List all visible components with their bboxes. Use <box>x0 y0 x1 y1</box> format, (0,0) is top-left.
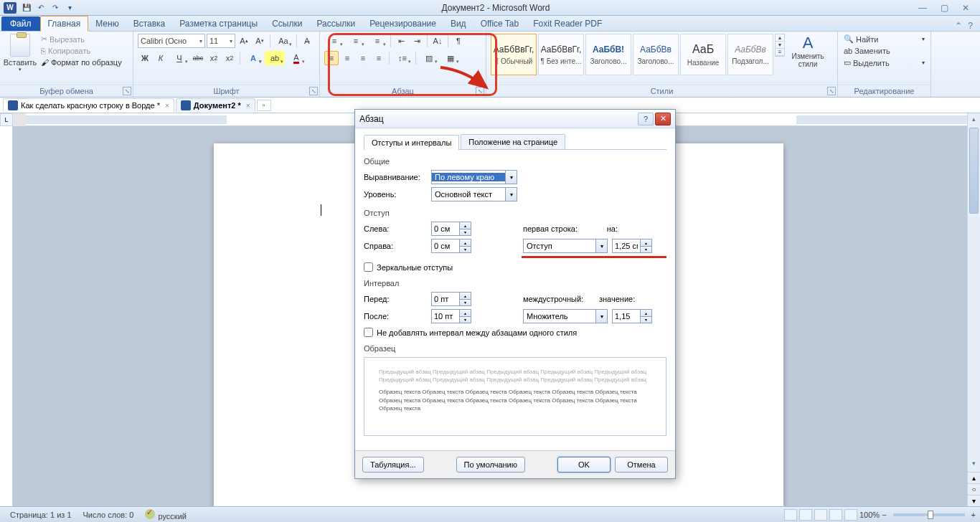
tab-page-layout[interactable]: Разметка страницы <box>172 16 265 31</box>
first-line-combo[interactable]: Отступ▾ <box>523 239 608 253</box>
indent-left-spinner[interactable]: ▴▾ <box>431 222 471 236</box>
view-fullscreen-icon[interactable] <box>799 509 812 521</box>
zoom-out-icon[interactable]: − <box>882 511 886 519</box>
change-case-icon[interactable]: Aa <box>273 34 293 48</box>
cancel-button[interactable]: Отмена <box>615 457 668 473</box>
tab-references[interactable]: Ссылки <box>265 16 309 31</box>
align-left-icon[interactable]: ≡ <box>324 51 339 65</box>
underline-button[interactable]: Ч <box>169 51 189 65</box>
styles-more[interactable]: ▴▾≡ <box>775 34 785 57</box>
scroll-thumb[interactable] <box>969 128 979 214</box>
vertical-ruler[interactable] <box>0 126 13 506</box>
zoom-in-icon[interactable]: + <box>971 511 976 519</box>
browse-object-icon[interactable]: ○ <box>968 483 980 495</box>
prev-page-icon[interactable]: ▴ <box>968 472 980 483</box>
tab-foxit[interactable]: Foxit Reader PDF <box>526 16 609 31</box>
ok-button[interactable]: OK <box>557 457 611 473</box>
style-no-spacing[interactable]: АаБбВвГг,¶ Без инте... <box>538 34 584 75</box>
view-draft-icon[interactable] <box>844 509 857 521</box>
subscript-button[interactable]: x2 <box>207 51 221 65</box>
spacing-after-spinner[interactable]: ▴▾ <box>431 309 471 323</box>
shading-icon[interactable]: ▨ <box>419 51 439 65</box>
tabs-button[interactable]: Табуляция... <box>362 457 424 473</box>
increase-indent-icon[interactable]: ⇥ <box>410 34 424 48</box>
sort-icon[interactable]: A↓ <box>430 34 445 48</box>
select-button[interactable]: ▭Выделить▾ <box>842 57 926 68</box>
replace-button[interactable]: abЗаменить <box>842 46 926 56</box>
styles-launcher-icon[interactable]: ⤡ <box>827 87 836 95</box>
maximize-button[interactable]: ▢ <box>937 3 951 13</box>
tab-office-tab[interactable]: Office Tab <box>473 16 527 31</box>
bold-button[interactable]: Ж <box>138 51 152 65</box>
status-page[interactable]: Страница: 1 из 1 <box>4 511 77 519</box>
zoom-level[interactable]: 100% <box>859 511 880 519</box>
clear-format-icon[interactable]: A̶ <box>300 34 314 48</box>
line-spacing-at-spinner[interactable]: ▴▾ <box>612 309 652 323</box>
font-name-combo[interactable]: Calibri (Осно▾ <box>138 34 205 48</box>
alignment-combo[interactable]: По левому краю▾ <box>431 170 517 184</box>
copy-button[interactable]: ⎘Копировать <box>39 46 124 56</box>
help-icon[interactable]: ? <box>968 21 973 31</box>
paste-button[interactable]: Вставить ▾ <box>4 34 36 78</box>
mirror-indents-checkbox[interactable]: Зеркальные отступы <box>364 262 666 272</box>
line-spacing-combo[interactable]: Множитель▾ <box>523 309 608 323</box>
clipboard-launcher-icon[interactable]: ⤡ <box>123 87 131 95</box>
line-spacing-icon[interactable]: ↕≡ <box>392 51 413 65</box>
style-heading2[interactable]: АаБбВвЗаголово... <box>633 34 679 75</box>
grow-font-icon[interactable]: A▴ <box>237 34 251 48</box>
scroll-down-icon[interactable]: ▾ <box>968 457 980 469</box>
next-page-icon[interactable]: ▾ <box>968 495 980 506</box>
font-color-icon[interactable]: A <box>286 51 306 65</box>
tab-view[interactable]: Вид <box>443 16 473 31</box>
superscript-button[interactable]: x2 <box>222 51 237 65</box>
italic-button[interactable]: К <box>154 51 168 65</box>
highlight-icon[interactable]: ab <box>265 51 285 65</box>
status-words[interactable]: Число слов: 0 <box>77 511 140 519</box>
scroll-up-icon[interactable]: ▴ <box>968 113 980 125</box>
numbering-icon[interactable]: ≡ <box>346 34 366 48</box>
doctab-1[interactable]: Как сделать красную строку в Ворде *× <box>3 98 174 112</box>
font-size-combo[interactable]: 11▾ <box>207 34 235 48</box>
multilevel-icon[interactable]: ≡ <box>367 34 387 48</box>
style-subtitle[interactable]: АаБбВвПодзагол... <box>727 34 773 75</box>
align-center-icon[interactable]: ≡ <box>340 51 354 65</box>
style-heading1[interactable]: АаБбВ!Заголово... <box>585 34 631 75</box>
outline-level-combo[interactable]: Основной текст▾ <box>431 187 517 201</box>
view-outline-icon[interactable] <box>829 509 842 521</box>
new-tab-button[interactable]: ▫ <box>257 100 271 111</box>
style-normal[interactable]: АаБбВвГг,¶ Обычный <box>491 34 537 75</box>
close-button[interactable]: ✕ <box>958 3 973 13</box>
tab-file[interactable]: Файл <box>1 16 40 31</box>
tab-home[interactable]: Главная <box>40 16 89 32</box>
dialog-titlebar[interactable]: Абзац ? ✕ <box>355 110 675 128</box>
font-launcher-icon[interactable]: ⤡ <box>309 87 318 95</box>
ribbon-minimize-icon[interactable]: ⌃ <box>955 21 962 31</box>
qat-redo-icon[interactable]: ↷ <box>49 2 62 14</box>
paragraph-launcher-icon[interactable]: ⤡ <box>476 87 484 95</box>
tab-line-page-breaks[interactable]: Положение на странице <box>461 134 565 149</box>
shrink-font-icon[interactable]: A▾ <box>253 34 267 48</box>
justify-icon[interactable]: ≡ <box>372 51 386 65</box>
tab-review[interactable]: Рецензирование <box>362 16 443 31</box>
strike-button[interactable]: abc <box>191 51 205 65</box>
text-effects-icon[interactable]: A <box>243 51 263 65</box>
find-button[interactable]: 🔍Найти▾ <box>842 34 926 44</box>
spacing-before-spinner[interactable]: ▴▾ <box>431 292 471 306</box>
borders-icon[interactable]: ▦ <box>440 51 461 65</box>
qat-save-icon[interactable]: 💾 <box>20 2 33 14</box>
tab-insert[interactable]: Вставка <box>126 16 173 31</box>
tab-mailings[interactable]: Рассылки <box>309 16 362 31</box>
cut-button[interactable]: ✂Вырезать <box>39 34 124 44</box>
bullets-icon[interactable]: ≡ <box>324 34 344 48</box>
doctab-2[interactable]: Документ2 *× <box>176 98 255 112</box>
qat-customize-icon[interactable]: ▾ <box>63 2 76 14</box>
style-title[interactable]: АаБНазвание <box>680 34 726 75</box>
zoom-slider[interactable] <box>893 513 965 516</box>
tab-indents-spacing[interactable]: Отступы и интервалы <box>364 135 459 150</box>
no-space-same-style-checkbox[interactable]: Не добавлять интервал между абзацами одн… <box>364 328 666 337</box>
format-painter-button[interactable]: 🖌Формат по образцу <box>39 57 124 67</box>
decrease-indent-icon[interactable]: ⇤ <box>394 34 408 48</box>
first-line-by-spinner[interactable]: ▴▾ <box>612 239 652 253</box>
view-print-layout-icon[interactable] <box>784 509 797 521</box>
set-default-button[interactable]: По умолчанию <box>456 457 525 473</box>
